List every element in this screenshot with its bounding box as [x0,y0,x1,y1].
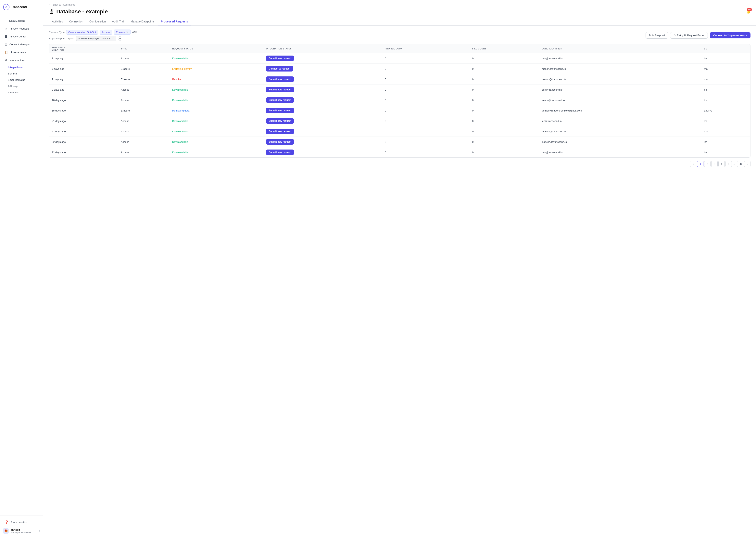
replay-close-icon[interactable]: ✕ [112,37,114,40]
sidebar-item-consent-manager[interactable]: ☑ Consent Manager [2,40,42,48]
cell-integration-status[interactable]: Submit new request [263,147,382,158]
cell-core-identifier: mason@transcend.io [539,74,701,84]
cell-integration-status[interactable]: Submit new request [263,74,382,84]
integration-status-button[interactable]: Connect to request [266,66,293,72]
tab-connection[interactable]: Connection [66,18,86,26]
cell-type: Erasure [118,74,169,84]
check-icon: ☑ [5,42,8,46]
cell-time: 22 days ago [49,126,118,137]
filter-row-request-type: Request Type Communication Opt-Out Acces… [49,29,137,35]
cell-core-identifier: mason@transcend.io [539,64,701,74]
notification-button[interactable]: 🔔 273 [746,10,750,14]
cell-integration-status[interactable]: Submit new request [263,53,382,64]
cell-request-status[interactable]: Downloadable [169,95,263,105]
tab-processed-requests[interactable]: Processed Requests [158,18,191,26]
cell-profile-count: 0 [382,147,470,158]
integration-status-button[interactable]: Submit new request [266,129,294,134]
filter-tag-replay[interactable]: Show non replayed requests ✕ [76,36,117,41]
cell-integration-status[interactable]: Submit new request [263,137,382,147]
sidebar-item-infrastructure[interactable]: ❖ Infrastructure [2,56,42,64]
cell-integration-status[interactable]: Submit new request [263,105,382,116]
cell-request-status[interactable]: Downloadable [169,137,263,147]
filter-right: Bulk Respond ↻ Retry All Request Errors … [645,32,750,39]
sidebar-item-email-domains[interactable]: Email Domains [2,77,42,83]
filter-tag-access[interactable]: Access [100,30,112,35]
integration-status-button[interactable]: Submit new request [266,56,294,61]
pagination-last-page[interactable]: 58 [737,161,743,167]
page-header: ← Back to Integrations 🗄 Database - exam… [43,0,756,26]
cell-request-status[interactable]: Enriching identity [169,64,263,74]
sidebar-item-privacy-center[interactable]: ☰ Privacy Center [2,33,42,40]
cell-integration-status[interactable]: Submit new request [263,84,382,95]
sidebar-item-api-keys[interactable]: API Keys [2,83,42,89]
tab-audit-trail[interactable]: Audit Trail [109,18,127,26]
tab-configuration[interactable]: Configuration [86,18,109,26]
pagination-page-2[interactable]: 2 [704,161,711,167]
notification-badge: 273 [747,8,752,11]
cell-request-status[interactable]: Removing data [169,105,263,116]
pagination-page-5[interactable]: 5 [726,161,732,167]
cell-time: 7 days ago [49,74,118,84]
tab-activities[interactable]: Activities [49,18,66,26]
sidebar-item-integrations[interactable]: Integrations [2,64,42,70]
sidebar-item-privacy-requests[interactable]: ◎ Privacy Requests [2,25,42,32]
tab-manage-datapoints[interactable]: Manage Datapoints [127,18,158,26]
sidebar-item-sombra[interactable]: Sombra [2,71,42,77]
sidebar-item-label: Attributes [8,91,19,94]
connect-open-requests-button[interactable]: Connect to 2 open requests [710,32,750,38]
cell-profile-count: 0 [382,126,470,137]
cell-core-identifier: trevor@transcend.io [539,95,701,105]
bulk-respond-button[interactable]: Bulk Respond [645,32,668,39]
cell-request-status[interactable]: Downloadable [169,53,263,64]
sidebar-item-attributes[interactable]: Attributes [2,89,42,95]
integration-status-button[interactable]: Submit new request [266,108,294,113]
col-header-em: EM [701,44,750,53]
integration-status-button[interactable]: Submit new request [266,97,294,103]
filter-tag-comm-opt-out[interactable]: Communication Opt-Out [66,30,98,35]
ask-question-item[interactable]: ❓ Ask a question [2,518,42,526]
cell-core-identifier: ben@transcend.io [539,84,701,95]
back-link[interactable]: ← Back to Integrations [49,3,750,6]
integration-status-button[interactable]: Submit new request [266,77,294,82]
cell-request-status[interactable]: Downloadable [169,116,263,126]
cell-request-status[interactable]: Downloadable [169,126,263,137]
pagination-page-3[interactable]: 3 [711,161,718,167]
cell-em: ma [701,126,750,137]
pagination-next[interactable]: › [744,161,750,167]
integration-status-button[interactable]: Submit new request [266,139,294,144]
circle-icon: ◎ [5,27,8,30]
pagination-page-4[interactable]: 4 [718,161,725,167]
sidebar-item-label: API Keys [8,85,18,88]
cell-request-status[interactable]: Downloadable [169,147,263,158]
header-actions: 🔔 273 [746,10,750,14]
integration-status-button[interactable]: Submit new request [266,118,294,124]
cell-profile-count: 0 [382,74,470,84]
cell-type: Access [118,116,169,126]
sidebar-item-label: Integrations [8,66,23,69]
filter-tag-erasure[interactable]: Erasure ✕ [114,29,131,35]
cell-integration-status[interactable]: Submit new request [263,116,382,126]
sidebar-item-assessments[interactable]: 📋 Assessments [2,48,42,56]
retry-button[interactable]: ↻ Retry All Request Errors [670,32,708,39]
cell-profile-count: 0 [382,53,470,64]
cell-time: 7 days ago [49,64,118,74]
add-filter-button[interactable]: + [118,36,122,40]
cell-request-status[interactable]: Downloadable [169,84,263,95]
cell-integration-status[interactable]: Submit new request [263,95,382,105]
cell-integration-status[interactable]: Connect to request [263,64,382,74]
filter-and-label: AND [132,31,137,33]
cell-file-count: 0 [469,74,539,84]
sidebar-item-label: Data Mapping [9,19,25,22]
integration-status-button[interactable]: Submit new request [266,87,294,92]
filter-close-icon[interactable]: ✕ [126,30,128,34]
sidebar-item-data-mapping[interactable]: ⊞ Data Mapping [2,17,42,25]
pagination-page-1[interactable]: 1 [697,161,703,167]
tab-bar: Activities Connection Configuration Audi… [49,18,750,26]
pagination-prev[interactable]: ‹ [690,161,696,167]
integration-status-button[interactable]: Submit new request [266,149,294,155]
cell-request-status[interactable]: Revoked [169,74,263,84]
user-profile[interactable]: 🎁 eShopIt Anthony Abercrombie ▾ [0,526,43,536]
cell-integration-status[interactable]: Submit new request [263,126,382,137]
col-header-core-identifier: CORE IDENTIFIER [539,44,701,53]
cell-file-count: 0 [469,126,539,137]
